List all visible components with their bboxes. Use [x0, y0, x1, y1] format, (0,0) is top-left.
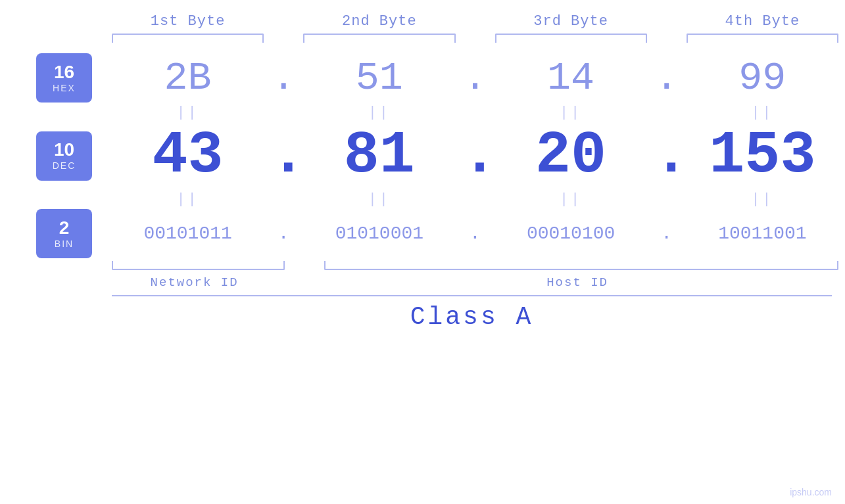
bin-dot1: . — [270, 223, 297, 244]
byte-headers-row: 1st Byte 2nd Byte 3rd Byte 4th Byte — [0, 13, 845, 30]
class-section: Class A — [0, 295, 845, 331]
sep2-byte3: || — [489, 191, 654, 208]
bin-byte3: 00010100 — [489, 223, 654, 244]
bracket-byte3 — [495, 34, 647, 43]
sep1-byte3: || — [489, 104, 654, 121]
bin-byte1: 00101011 — [105, 223, 270, 244]
hex-base-num: 16 — [54, 63, 74, 81]
sep2-byte1: || — [105, 191, 270, 208]
hex-row: 16 HEX 2B . 51 . 14 . 99 — [0, 53, 845, 103]
top-brackets — [0, 34, 845, 47]
host-bracket — [324, 261, 838, 270]
dec-dot3: . — [654, 122, 680, 189]
hex-byte4: 99 — [680, 56, 845, 101]
class-label-container: Class A — [105, 303, 838, 331]
dec-byte2: 81 — [297, 126, 462, 185]
hex-byte1: 2B — [105, 56, 270, 101]
sep1-byte4: || — [680, 104, 845, 121]
bin-base-label: BIN — [55, 239, 74, 249]
main-container: 1st Byte 2nd Byte 3rd Byte 4th Byte 16 H… — [0, 0, 845, 504]
dec-byte4: 153 — [680, 126, 845, 185]
dec-dot2: . — [462, 122, 489, 189]
sep2-row: || || || || — [0, 189, 845, 209]
byte1-header: 1st Byte — [105, 13, 270, 30]
dec-base-num: 10 — [54, 141, 74, 159]
class-bracket-line — [112, 295, 832, 296]
dec-byte3: 20 — [489, 126, 654, 185]
bracket-byte4 — [687, 34, 838, 43]
bin-label-box: 2 BIN — [36, 209, 92, 258]
sep1-byte1: || — [105, 104, 270, 121]
dec-base-label: DEC — [53, 160, 76, 171]
dec-dot1: . — [270, 122, 297, 189]
sep1-row: || || || || — [0, 103, 845, 122]
bottom-brackets-row — [0, 261, 845, 273]
sep1-byte2: || — [297, 104, 462, 121]
id-labels-row: Network ID Host ID — [0, 275, 845, 290]
dec-label-box: 10 DEC — [36, 131, 92, 181]
hex-bytes-area: 2B . 51 . 14 . 99 — [92, 56, 845, 101]
bin-base-num: 2 — [59, 219, 70, 237]
network-id-label: Network ID — [105, 275, 283, 290]
byte2-header: 2nd Byte — [297, 13, 462, 30]
hex-dot1: . — [270, 56, 297, 101]
dec-byte1: 43 — [105, 126, 270, 185]
hex-byte3: 14 — [489, 56, 654, 101]
hex-dot3: . — [654, 56, 680, 101]
class-label: Class A — [410, 303, 534, 331]
dec-bytes-area: 43 . 81 . 20 . 153 — [92, 122, 845, 189]
bin-byte2: 01010001 — [297, 223, 462, 244]
hex-dot2: . — [462, 56, 489, 101]
watermark: ipshu.com — [790, 487, 832, 497]
hex-base-label: HEX — [53, 83, 76, 93]
host-id-label: Host ID — [310, 275, 845, 290]
bin-dot2: . — [462, 223, 489, 244]
byte4-header: 4th Byte — [680, 13, 845, 30]
bin-row: 2 BIN 00101011 . 01010001 . 00010100 . — [0, 209, 845, 258]
dec-row: 10 DEC 43 . 81 . 20 . 153 — [0, 122, 845, 189]
byte3-header: 3rd Byte — [489, 13, 654, 30]
bin-bytes-area: 00101011 . 01010001 . 00010100 . 1001100… — [92, 223, 845, 244]
hex-label-box: 16 HEX — [36, 53, 92, 103]
sep2-byte4: || — [680, 191, 845, 208]
sep2-byte2: || — [297, 191, 462, 208]
network-bracket — [112, 261, 285, 270]
hex-byte2: 51 — [297, 56, 462, 101]
bracket-byte1 — [112, 34, 264, 43]
bin-dot3: . — [654, 223, 680, 244]
bin-byte4: 10011001 — [680, 223, 845, 244]
bracket-byte2 — [303, 34, 455, 43]
